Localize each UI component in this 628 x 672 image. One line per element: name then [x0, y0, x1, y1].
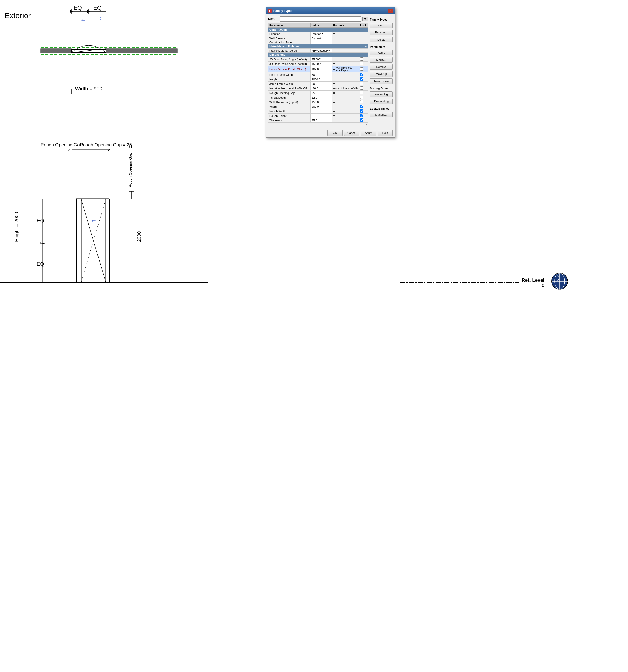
param-row-jamb-frame: Jamb Frame Width 50.0 = [269, 81, 368, 86]
lock-checkbox[interactable] [360, 87, 363, 90]
titlebar-left: F Family Types [268, 9, 293, 13]
param-row-neg-horiz: Negative Horizontal Profile Off -50.0 = … [269, 86, 368, 91]
lock-checkbox[interactable] [360, 73, 363, 76]
move-down-button[interactable]: Move Down [370, 78, 393, 84]
param-name: Rough Height [269, 114, 311, 118]
svg-text:2000: 2000 [136, 231, 142, 242]
name-label: Name: [268, 17, 278, 21]
dialog-body: Name: ▼ Parameter Value Formula Lock [266, 15, 395, 128]
param-value[interactable]: Interior ▼ [311, 32, 332, 36]
svg-rect-5 [41, 49, 71, 53]
param-value: 50.0 [310, 72, 332, 77]
param-name: 2D Door Swing Angle (default) [269, 57, 311, 62]
param-value [310, 109, 332, 114]
manage-button[interactable]: Manage... [370, 112, 393, 117]
col-value: Value [310, 23, 332, 28]
sorting-order-label: Sorting Order [370, 87, 393, 90]
family-types-dialog: F Family Types × Name: ▼ Parameter Value… [266, 7, 395, 138]
param-row-construction-type: Construction Type = [269, 40, 368, 44]
lock-checkbox[interactable] [360, 67, 363, 71]
lock-checkbox[interactable] [360, 105, 363, 108]
param-row-wall-closure: Wall Closure By host = [269, 36, 368, 40]
svg-rect-6 [106, 49, 177, 53]
svg-text:⇐: ⇐ [92, 218, 96, 223]
svg-text:EQ: EQ [37, 218, 44, 223]
ascending-button[interactable]: Ascending [370, 92, 393, 97]
param-value: 45.0 [310, 118, 332, 123]
param-row-width: Width 900.0 = [269, 104, 368, 109]
name-input[interactable] [280, 17, 361, 22]
new-button[interactable]: New... [370, 23, 393, 28]
dialog-title: Family Types [274, 9, 293, 13]
svg-text:EQ: EQ [37, 261, 44, 267]
svg-text:↕: ↕ [100, 16, 102, 21]
svg-text:Height = 2000: Height = 2000 [14, 212, 19, 242]
lock-checkbox[interactable] [360, 109, 363, 113]
param-value: 12.0 [310, 95, 332, 100]
param-name: Rough Opening Gap [269, 91, 311, 95]
param-row-rough-width: Rough Width = [269, 109, 368, 114]
param-row-height: Height 2000.0 = [269, 77, 368, 81]
param-value [310, 40, 332, 44]
lock-checkbox[interactable] [360, 118, 363, 122]
param-row-throat-depth: Throat Depth 12.0 = [269, 95, 368, 100]
lock-checkbox[interactable] [360, 57, 363, 61]
section-toggle-materials[interactable]: ≡ [365, 45, 367, 48]
apply-button[interactable]: Apply [361, 130, 376, 136]
family-types-label: Family Types [370, 18, 393, 21]
svg-text:0: 0 [542, 283, 544, 288]
lookup-tables-label: Lookup Tables [370, 107, 393, 110]
svg-text:EQ: EQ [74, 4, 82, 11]
section-dimensions: Dimensions ≡ [269, 53, 368, 57]
name-dropdown-btn[interactable]: ▼ [362, 17, 368, 21]
param-name: Head Frame Width [269, 72, 311, 77]
lock-checkbox[interactable] [360, 96, 363, 99]
move-up-button[interactable]: Move Up [370, 71, 393, 77]
help-button[interactable]: Help [378, 130, 393, 136]
param-value [310, 114, 332, 118]
remove-button[interactable]: Remove [370, 64, 393, 70]
param-value: 900.0 [310, 104, 332, 109]
param-name: Frame Vertical Profile Offset (d [269, 66, 311, 72]
param-name: Wall Closure [269, 36, 311, 40]
rename-button[interactable]: Rename... [370, 30, 393, 35]
param-name: 3D Door Swing Angle (default) [269, 62, 311, 66]
descending-button[interactable]: Descending [370, 99, 393, 104]
dialog-sidebar: Family Types New... Rename... Delete Par… [370, 17, 393, 126]
col-formula: Formula [332, 23, 359, 28]
lock-checkbox[interactable] [360, 77, 363, 80]
ok-button[interactable]: OK [327, 130, 343, 136]
param-value: 25.0 [310, 91, 332, 95]
svg-text:Ref. Level: Ref. Level [522, 278, 545, 283]
param-row-thickness: Thickness 45.0 = [269, 118, 368, 123]
parameters-label: Parameters [370, 45, 393, 48]
svg-text:Rough Opening Gap = 25: Rough Opening Gap = 25 [128, 144, 132, 188]
param-row-wall-thickness: Wall Thickness (report) 150.0 = [269, 100, 368, 104]
lock-checkbox[interactable] [360, 100, 363, 103]
svg-text:Rough Opening GaRough Opening : Rough Opening GaRough Opening Gap = 25 [41, 142, 132, 147]
dialog-close-button[interactable]: × [388, 8, 393, 13]
modify-button[interactable]: Modify... [370, 57, 393, 63]
table-scroll-hint: ▼ [268, 123, 368, 126]
param-value: 150.0 [310, 100, 332, 104]
svg-text:↗: ↗ [67, 147, 71, 152]
lock-checkbox[interactable] [360, 114, 363, 117]
lock-checkbox[interactable] [360, 82, 363, 85]
param-name: Construction Type [269, 40, 311, 44]
section-toggle-dimensions[interactable]: ≡ [365, 53, 367, 56]
delete-button[interactable]: Delete [370, 37, 393, 42]
lock-checkbox[interactable] [360, 91, 363, 94]
param-table: Parameter Value Formula Lock Constructio… [268, 23, 368, 123]
param-name: Thickness [269, 118, 311, 123]
cancel-button[interactable]: Cancel [344, 130, 359, 136]
lock-checkbox[interactable] [360, 62, 363, 65]
param-name: Width [269, 104, 311, 109]
dialog-icon: F [268, 9, 272, 13]
param-value: -50.0 [310, 86, 332, 91]
dialog-footer: OK Cancel Apply Help [266, 128, 395, 137]
param-row-rough-height: Rough Height = [269, 114, 368, 118]
param-value: By host [310, 36, 332, 40]
add-button[interactable]: Add... [370, 50, 393, 55]
section-toggle-construction[interactable]: ≡ [365, 28, 367, 31]
svg-text:Width = 900: Width = 900 [75, 86, 102, 92]
